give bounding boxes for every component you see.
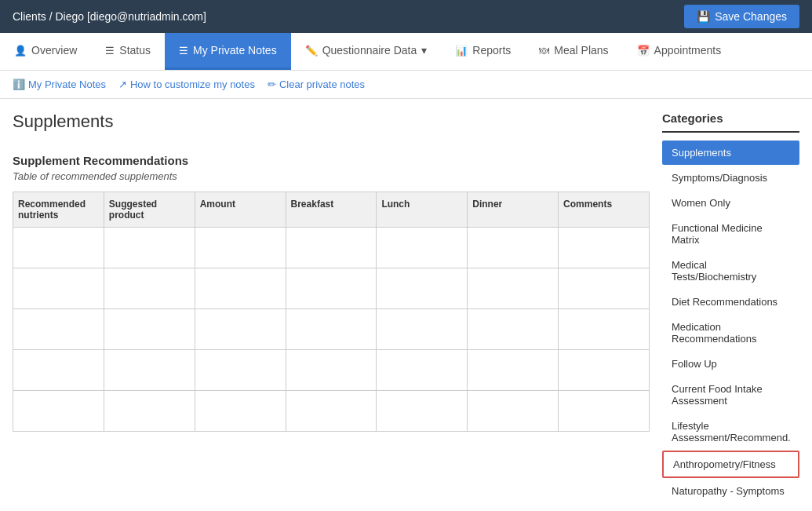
cell-r3-c2 (195, 350, 286, 391)
category-naturopathy-symptoms[interactable]: Naturopathy - Symptoms (662, 479, 799, 503)
breadcrumb-user[interactable]: Diego [diego@nutriadmin.com] (55, 10, 206, 23)
cell-r2-c5 (468, 309, 559, 350)
tab-questionnaire-data[interactable]: ✏️ Questionnaire Data ▾ (291, 33, 442, 70)
table-row (13, 228, 650, 268)
input-r2-c1[interactable] (104, 309, 195, 347)
breadcrumb-clients[interactable]: Clients (13, 10, 46, 23)
input-r3-c2[interactable] (195, 350, 286, 388)
category-current-food-intake[interactable]: Current Food Intake Assessment (662, 377, 799, 413)
input-r4-c6[interactable] (559, 391, 649, 429)
input-r3-c5[interactable] (468, 350, 558, 388)
private-notes-info: ℹ️ My Private Notes (13, 78, 106, 90)
input-r2-c2[interactable] (195, 309, 286, 347)
table-subtitle: Table of recommended supplements (13, 170, 650, 182)
cell-r2-c4 (377, 309, 468, 350)
category-follow-up[interactable]: Follow Up (662, 352, 799, 376)
cell-r4-c4 (377, 391, 468, 432)
input-r0-c5[interactable] (468, 228, 558, 265)
input-r0-c2[interactable] (195, 228, 286, 265)
cell-r3-c4 (377, 350, 468, 391)
input-r1-c0[interactable] (13, 268, 104, 306)
table-row (13, 309, 650, 350)
input-r0-c6[interactable] (559, 228, 649, 265)
cell-r2-c1 (104, 309, 195, 350)
meal-plans-icon: 🍽 (539, 45, 549, 57)
cell-r2-c6 (559, 309, 650, 350)
table-row (13, 391, 650, 432)
category-anthropometry-fitness[interactable]: Anthropometry/Fitness (662, 451, 799, 478)
sidebar-categories: Categories SupplementsSymptoms/Diagnosis… (662, 111, 799, 511)
input-r3-c6[interactable] (559, 350, 649, 388)
input-r3-c4[interactable] (377, 350, 467, 388)
cell-r2-c0 (13, 309, 104, 350)
clear-notes-link[interactable]: ✏ Clear private notes (268, 78, 365, 90)
input-r0-c1[interactable] (104, 228, 195, 265)
cell-r4-c3 (286, 391, 377, 432)
overview-icon: 👤 (14, 45, 27, 57)
input-r4-c4[interactable] (377, 391, 467, 429)
table-header-row: Recommended nutrients Suggested product … (13, 192, 650, 228)
supplement-table-section: Supplement Recommendations Table of reco… (13, 154, 650, 432)
input-r4-c0[interactable] (13, 391, 104, 429)
cell-r0-c0 (13, 228, 104, 268)
input-r1-c1[interactable] (104, 268, 195, 306)
cell-r1-c4 (377, 268, 468, 309)
dropdown-arrow: ▾ (421, 44, 427, 57)
category-diet-recommendations[interactable]: Diet Recommendations (662, 290, 799, 314)
input-r2-c6[interactable] (559, 309, 649, 347)
category-medication-recommendations[interactable]: Medication Recommendations (662, 315, 799, 351)
input-r2-c4[interactable] (377, 309, 467, 347)
cell-r1-c0 (13, 268, 104, 309)
col-amount: Amount (195, 192, 286, 228)
input-r1-c2[interactable] (195, 268, 286, 306)
tab-meal-plans[interactable]: 🍽 Meal Plans (525, 33, 622, 70)
tab-status[interactable]: ☰ Status (91, 33, 165, 70)
category-lifestyle-assessment[interactable]: Lifestyle Assessment/Recommend. (662, 414, 799, 450)
cell-r1-c1 (104, 268, 195, 309)
input-r0-c3[interactable] (286, 228, 377, 265)
input-r2-c5[interactable] (468, 309, 558, 347)
input-r4-c1[interactable] (104, 391, 195, 429)
table-row (13, 350, 650, 391)
input-r1-c6[interactable] (559, 268, 649, 306)
input-r3-c0[interactable] (13, 350, 104, 388)
main-content: Supplements Supplement Recommendations T… (0, 99, 812, 511)
cell-r0-c1 (104, 228, 195, 268)
input-r3-c1[interactable] (104, 350, 195, 388)
input-r2-c0[interactable] (13, 309, 104, 347)
category-functional-medicine[interactable]: Functional Medicine Matrix (662, 216, 799, 252)
nav-tabs: 👤 Overview ☰ Status ☰ My Private Notes ✏… (0, 33, 812, 71)
questionnaire-icon: ✏️ (305, 45, 318, 57)
input-r0-c4[interactable] (377, 228, 467, 265)
input-r3-c3[interactable] (286, 350, 377, 388)
cell-r2-c3 (286, 309, 377, 350)
input-r4-c2[interactable] (195, 391, 286, 429)
cell-r4-c6 (559, 391, 650, 432)
notes-area: Supplements Supplement Recommendations T… (13, 111, 650, 511)
top-header: Clients / Diego [diego@nutriadmin.com] 💾… (0, 0, 812, 33)
input-r4-c3[interactable] (286, 391, 377, 429)
tab-private-notes[interactable]: ☰ My Private Notes (165, 33, 291, 70)
cell-r2-c2 (195, 309, 286, 350)
input-r2-c3[interactable] (286, 309, 377, 347)
input-r4-c5[interactable] (468, 391, 558, 429)
status-icon: ☰ (105, 45, 115, 57)
input-r0-c0[interactable] (13, 228, 104, 265)
input-r1-c3[interactable] (286, 268, 377, 306)
category-women-only[interactable]: Women Only (662, 191, 799, 215)
private-notes-link[interactable]: My Private Notes (28, 78, 106, 90)
category-symptoms-diagnosis[interactable]: Symptoms/Diagnosis (662, 166, 799, 190)
customize-notes-link[interactable]: ↗ How to customize my notes (118, 78, 255, 90)
save-changes-button[interactable]: 💾 Save Changes (684, 5, 799, 28)
input-r1-c5[interactable] (468, 268, 558, 306)
cell-r0-c5 (468, 228, 559, 268)
col-suggested-product: Suggested product (104, 192, 195, 228)
input-r1-c4[interactable] (377, 268, 467, 306)
tab-overview[interactable]: 👤 Overview (0, 33, 91, 70)
cell-r3-c3 (286, 350, 377, 391)
category-medical-tests[interactable]: Medical Tests/Biochemistry (662, 253, 799, 289)
category-supplements[interactable]: Supplements (662, 141, 799, 165)
tab-appointments[interactable]: 📅 Appointments (623, 33, 736, 70)
tab-reports[interactable]: 📊 Reports (441, 33, 525, 70)
col-dinner: Dinner (468, 192, 559, 228)
